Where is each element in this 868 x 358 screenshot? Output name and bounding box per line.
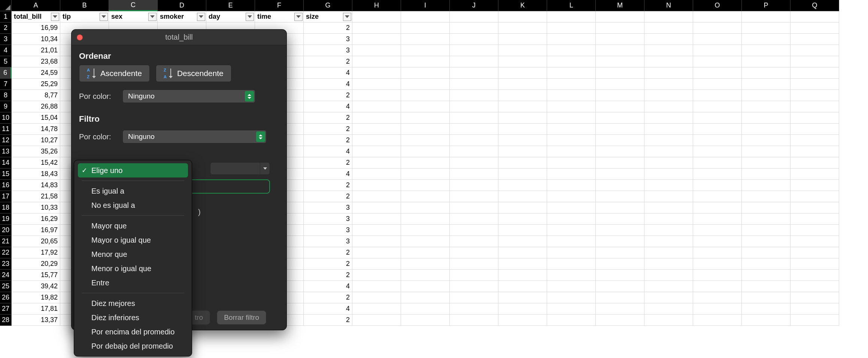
- cell[interactable]: [644, 11, 693, 22]
- menu-item[interactable]: No es igual a: [78, 198, 188, 212]
- column-header-M[interactable]: M: [596, 0, 644, 11]
- cell[interactable]: [450, 45, 498, 56]
- column-header-P[interactable]: P: [742, 0, 790, 11]
- cell[interactable]: [547, 22, 596, 34]
- cell[interactable]: [401, 281, 450, 292]
- column-header-J[interactable]: J: [450, 0, 498, 11]
- cell[interactable]: 2: [304, 112, 352, 124]
- column-header-D[interactable]: D: [158, 0, 206, 11]
- cell[interactable]: [401, 258, 450, 270]
- cell[interactable]: [693, 270, 742, 281]
- row-header-1[interactable]: 1: [0, 11, 12, 22]
- cell[interactable]: [742, 56, 790, 67]
- cell[interactable]: [401, 79, 450, 90]
- cell[interactable]: [742, 22, 790, 34]
- cell[interactable]: [498, 146, 547, 157]
- cell[interactable]: [450, 22, 498, 34]
- cell[interactable]: [401, 169, 450, 180]
- cell[interactable]: [498, 135, 547, 146]
- cell[interactable]: [547, 11, 596, 22]
- cell[interactable]: [450, 112, 498, 124]
- cell[interactable]: [596, 124, 644, 135]
- cell[interactable]: 2: [304, 56, 352, 67]
- filter-dropdown-button[interactable]: [343, 13, 351, 21]
- row-header-27[interactable]: 27: [0, 303, 12, 315]
- cell[interactable]: [450, 169, 498, 180]
- cell[interactable]: [742, 315, 790, 326]
- cell[interactable]: [547, 315, 596, 326]
- cell[interactable]: [742, 101, 790, 112]
- cell[interactable]: [596, 225, 644, 236]
- row-header-10[interactable]: 10: [0, 112, 12, 124]
- cell[interactable]: [790, 101, 839, 112]
- cell[interactable]: [644, 45, 693, 56]
- cell[interactable]: [644, 225, 693, 236]
- row-header-7[interactable]: 7: [0, 79, 12, 90]
- cell[interactable]: [644, 101, 693, 112]
- column-header-O[interactable]: O: [693, 0, 742, 11]
- filter-dropdown-button[interactable]: [294, 13, 303, 21]
- row-header-11[interactable]: 11: [0, 124, 12, 135]
- cell[interactable]: [352, 22, 401, 34]
- filter-operator-secondary[interactable]: [210, 162, 270, 175]
- cell[interactable]: [401, 22, 450, 34]
- cell[interactable]: [790, 22, 839, 34]
- cell[interactable]: [450, 124, 498, 135]
- menu-item[interactable]: Menor o igual que: [78, 261, 188, 276]
- cell[interactable]: 3: [304, 225, 352, 236]
- cell[interactable]: [742, 135, 790, 146]
- cell[interactable]: [547, 79, 596, 90]
- table-header-time[interactable]: time: [255, 11, 304, 22]
- cell[interactable]: 4: [304, 169, 352, 180]
- cell[interactable]: [401, 292, 450, 303]
- cell[interactable]: [498, 79, 547, 90]
- cell[interactable]: [644, 315, 693, 326]
- cell[interactable]: [790, 90, 839, 101]
- cell[interactable]: [450, 202, 498, 213]
- cell[interactable]: 17,92: [12, 247, 60, 258]
- table-header-day[interactable]: day: [206, 11, 255, 22]
- cell[interactable]: [790, 236, 839, 247]
- cell[interactable]: [450, 79, 498, 90]
- cell[interactable]: [644, 22, 693, 34]
- row-header-22[interactable]: 22: [0, 247, 12, 258]
- cell[interactable]: [596, 180, 644, 191]
- cell[interactable]: [498, 34, 547, 45]
- cell[interactable]: [547, 213, 596, 225]
- cell[interactable]: [596, 202, 644, 213]
- cell[interactable]: 3: [304, 236, 352, 247]
- cell[interactable]: [693, 124, 742, 135]
- cell[interactable]: 15,42: [12, 157, 60, 169]
- cell[interactable]: [352, 281, 401, 292]
- cell[interactable]: [693, 90, 742, 101]
- cell[interactable]: [498, 225, 547, 236]
- cell[interactable]: 2: [304, 157, 352, 169]
- cell[interactable]: [450, 270, 498, 281]
- cell[interactable]: [498, 101, 547, 112]
- row-header-26[interactable]: 26: [0, 292, 12, 303]
- cell[interactable]: [498, 169, 547, 180]
- cell[interactable]: [742, 90, 790, 101]
- row-header-8[interactable]: 8: [0, 90, 12, 101]
- cell[interactable]: [450, 315, 498, 326]
- row-header-15[interactable]: 15: [0, 169, 12, 180]
- cell[interactable]: [644, 135, 693, 146]
- cell[interactable]: [742, 303, 790, 315]
- cell[interactable]: [693, 236, 742, 247]
- cell[interactable]: [790, 169, 839, 180]
- cell[interactable]: 8,77: [12, 90, 60, 101]
- cell[interactable]: [693, 22, 742, 34]
- cell[interactable]: [596, 258, 644, 270]
- cell[interactable]: [790, 303, 839, 315]
- table-header-total_bill[interactable]: total_bill: [12, 11, 60, 22]
- cell[interactable]: 4: [304, 67, 352, 79]
- cell[interactable]: [596, 247, 644, 258]
- cell[interactable]: 15,77: [12, 270, 60, 281]
- cell[interactable]: [352, 258, 401, 270]
- menu-item[interactable]: Entre: [78, 276, 188, 290]
- cell[interactable]: [693, 315, 742, 326]
- cell[interactable]: [498, 11, 547, 22]
- cell[interactable]: [547, 135, 596, 146]
- cell[interactable]: [498, 90, 547, 101]
- cell[interactable]: [547, 270, 596, 281]
